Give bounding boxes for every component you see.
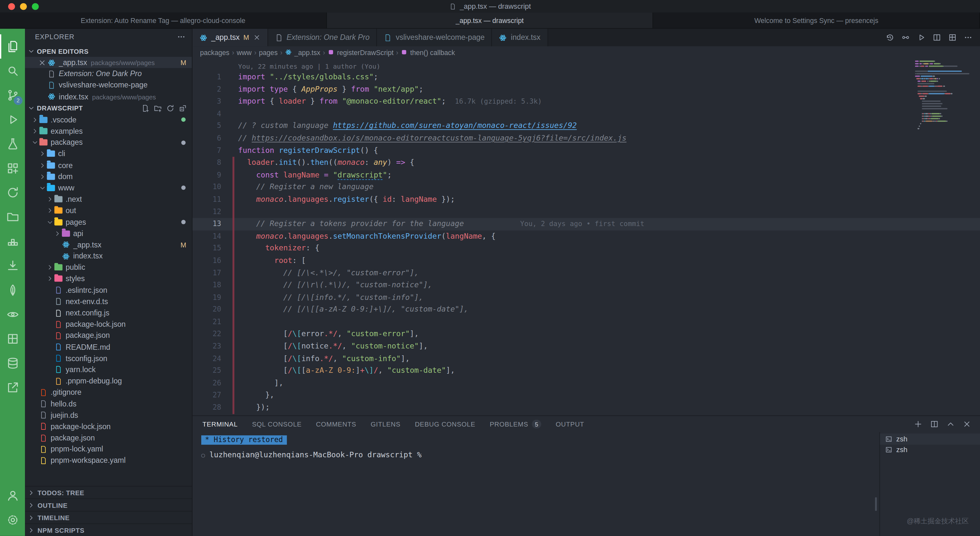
code-line[interactable]: 24 [/\[info.*/, "custom-info"], (192, 353, 980, 365)
terminal-scrollbar[interactable] (875, 497, 877, 511)
terminal[interactable]: * History restored ○ luzhenqian@luzhenqi… (192, 432, 879, 536)
docker-activity-button[interactable] (0, 327, 25, 351)
tree-folder-row[interactable]: public (25, 262, 192, 273)
code-line[interactable]: 6// https://codesandbox.io/s/monaco-edit… (192, 132, 980, 145)
panel-tab-sql-console[interactable]: SQL CONSOLE (252, 420, 302, 428)
breadcrumb-item[interactable]: _app.tsx (285, 48, 320, 56)
split-terminal-icon[interactable] (930, 420, 939, 428)
new-folder-icon[interactable] (154, 104, 162, 113)
open-editors-header[interactable]: OPEN EDITORS (25, 45, 192, 57)
more-actions-icon[interactable] (964, 33, 972, 42)
tree-folder-row[interactable]: pages (25, 216, 192, 228)
search-activity-button[interactable] (0, 59, 25, 83)
tree-folder-row[interactable]: cli (25, 148, 192, 160)
code-tour-activity-button[interactable] (0, 302, 25, 327)
code-line[interactable]: 12 (192, 206, 980, 218)
tree-file-row[interactable]: _app.tsxM (25, 239, 192, 251)
code-line[interactable]: 13 // Register a tokens provider for the… (192, 218, 980, 230)
code-line[interactable]: 22 [/\[error.*/, "custom-error"], (192, 328, 980, 340)
panel-tab-output[interactable]: OUTPUT (556, 420, 584, 428)
maximize-panel-icon[interactable] (946, 420, 955, 428)
explorer-more-icon[interactable] (177, 32, 186, 41)
code-line[interactable]: 26 ], (192, 377, 980, 390)
explorer-activity-button[interactable] (0, 34, 25, 59)
code-line[interactable]: 18 // [/\r\(.*\)/, "custom-notice"], (192, 279, 980, 292)
new-terminal-icon[interactable] (914, 420, 923, 428)
tree-file-row[interactable]: .gitignore (25, 387, 192, 398)
code-line[interactable]: 7function registerDrawScript() { (192, 145, 980, 157)
panel-tab-terminal[interactable]: TERMINAL (202, 420, 238, 428)
code-line[interactable]: 17 // [/\<.*\>/, "custom-error"], (192, 267, 980, 279)
code-line[interactable]: 4 (192, 108, 980, 120)
collapse-folders-icon[interactable] (179, 104, 187, 113)
panel-tab-problems[interactable]: PROBLEMS5 (490, 420, 541, 428)
open-editor-item[interactable]: vsliveshare-welcome-page (25, 80, 192, 91)
deploy-activity-button[interactable] (0, 375, 25, 400)
code-line[interactable]: 5// ? custom language https://github.com… (192, 120, 980, 132)
tree-file-row[interactable]: hello.ds (25, 398, 192, 409)
tree-folder-row[interactable]: .vscode (25, 114, 192, 125)
tree-file-row[interactable]: .eslintrc.json (25, 285, 192, 296)
editor-tab[interactable]: Extension: One Dark Pro (268, 29, 377, 46)
run-and-debug-activity-button[interactable] (0, 108, 25, 132)
open-editor-item[interactable]: _app.tsxpackages/www/pagesM (25, 57, 192, 68)
minimap[interactable] (915, 60, 972, 130)
tree-folder-row[interactable]: core (25, 160, 192, 171)
project-manager-activity-button[interactable] (0, 205, 25, 229)
tree-folder-row[interactable]: www (25, 182, 192, 193)
code-line[interactable]: 10 // Register a new language (192, 181, 980, 193)
code-line[interactable]: 1import "../styles/globals.css"; (192, 71, 980, 84)
code-line[interactable]: 15 tokenizer: { (192, 243, 980, 255)
tree-file-row[interactable]: package-lock.json (25, 319, 192, 330)
tree-file-row[interactable]: README.md (25, 341, 192, 353)
code-line[interactable]: 9 const langName = "drawscript"; (192, 169, 980, 181)
database-activity-button[interactable] (0, 351, 25, 375)
close-panel-icon[interactable] (963, 420, 971, 428)
project-section-header[interactable]: DRAWSCRIPT (25, 102, 192, 114)
code-line[interactable]: 27 }, (192, 389, 980, 401)
downloads-activity-button[interactable] (0, 254, 25, 278)
breadcrumb-item[interactable]: packages (200, 48, 229, 56)
close-editor-icon[interactable] (38, 59, 46, 67)
code-line[interactable]: 3import { loader } from "@monaco-editor/… (192, 95, 980, 108)
gitlens-codelens[interactable]: You, 22 minutes ago | 1 author (You) (192, 61, 980, 71)
run-icon[interactable] (917, 33, 926, 42)
settings-button[interactable] (0, 508, 25, 532)
accounts-button[interactable] (0, 484, 25, 508)
sidebar-section-timeline[interactable]: TIMELINE (25, 511, 192, 524)
tree-folder-row[interactable]: out (25, 205, 192, 216)
sidebar-section-todos-tree[interactable]: TODOS: TREE (25, 486, 192, 498)
native-window-tab[interactable]: Welcome to Settings Sync — presencejs (653, 13, 980, 28)
breadcrumb-item[interactable]: registerDrawScript (328, 48, 393, 56)
tree-folder-row[interactable]: .next (25, 193, 192, 205)
code-line[interactable]: 20 // [/\[[a-zA-Z 0-9:]+\]/, "custom-dat… (192, 304, 980, 316)
tree-file-row[interactable]: index.tsx (25, 251, 192, 262)
code-line[interactable]: 8 loader.init().then((monaco: any) => { (192, 157, 980, 169)
tree-file-row[interactable]: next.config.js (25, 308, 192, 319)
editor-tab[interactable]: _app.tsxM (192, 29, 268, 46)
breadcrumb-item[interactable]: pages (259, 48, 278, 56)
refresh-explorer-icon[interactable] (166, 104, 174, 113)
terminal-instance[interactable]: zsh (880, 444, 980, 455)
code-line[interactable]: 19 // [/\[info.*/, "custom-info"], (192, 292, 980, 304)
terminal-instance[interactable]: zsh (880, 433, 980, 444)
tree-file-row[interactable]: juejin.ds (25, 409, 192, 421)
code-line[interactable]: 21 (192, 316, 980, 328)
breadcrumb-item[interactable]: www (237, 48, 251, 56)
tree-file-row[interactable]: yarn.lock (25, 364, 192, 375)
editor-tab[interactable]: vsliveshare-welcome-page (377, 29, 492, 46)
tree-file-row[interactable]: package-lock.json (25, 421, 192, 432)
code-line[interactable]: 14 monaco.languages.setMonarchTokensProv… (192, 230, 980, 243)
code-line[interactable]: 28 }); (192, 401, 980, 414)
tree-folder-row[interactable]: api (25, 228, 192, 239)
tree-file-row[interactable]: .pnpm-debug.log (25, 375, 192, 387)
tree-file-row[interactable]: package.json (25, 330, 192, 341)
tree-folder-row[interactable]: styles (25, 273, 192, 285)
container-tools-activity-button[interactable] (0, 229, 25, 254)
sidebar-section-outline[interactable]: OUTLINE (25, 498, 192, 511)
mongodb-activity-button[interactable] (0, 278, 25, 302)
tree-file-row[interactable]: tsconfig.json (25, 353, 192, 364)
close-tab-icon[interactable] (253, 34, 260, 41)
extensions-activity-button[interactable] (0, 156, 25, 181)
code-editor[interactable]: You, 22 minutes ago | 1 author (You) 1im… (192, 58, 980, 415)
